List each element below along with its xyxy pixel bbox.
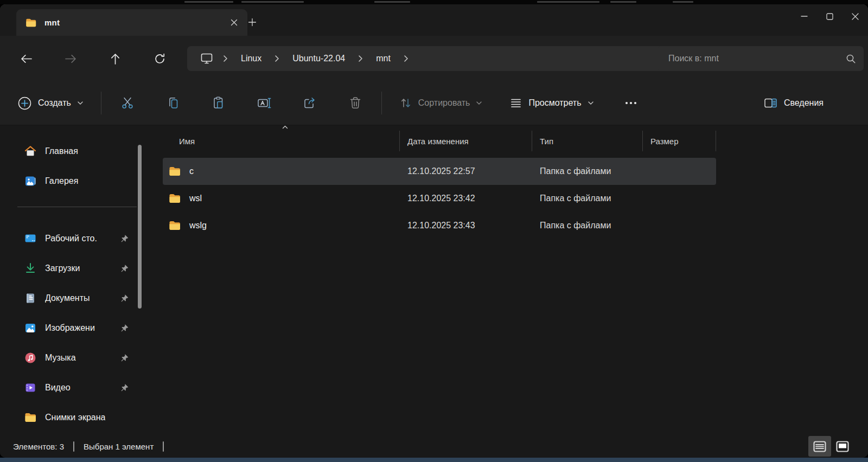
view-toggles <box>808 436 854 457</box>
column-label: Тип <box>540 137 553 146</box>
create-button[interactable]: Создать <box>11 91 90 116</box>
toolbar-separator <box>101 92 101 114</box>
sidebar-item-label: Галерея <box>45 176 78 186</box>
new-tab-button[interactable] <box>243 14 261 31</box>
maximize-button[interactable] <box>817 4 843 28</box>
thumbnail-view-toggle[interactable] <box>831 436 854 457</box>
file-explorer-window: mnt <box>0 4 868 458</box>
tab-close-button[interactable] <box>226 15 242 31</box>
folder-icon <box>168 219 181 232</box>
pin-icon <box>120 323 129 332</box>
tab-title: mnt <box>44 18 60 27</box>
file-row-c[interactable]: c 12.10.2025 22:57 Папка с файлами <box>163 158 716 185</box>
minimize-icon <box>801 16 808 17</box>
desktop-icon <box>24 232 37 245</box>
breadcrumb-chevron[interactable] <box>269 55 285 62</box>
chevron-down-icon <box>476 101 482 105</box>
details-pane-button[interactable]: Сведения <box>757 92 830 114</box>
sidebar-item-screenshots[interactable]: Снимки экрана <box>8 402 144 432</box>
sidebar-scrollbar[interactable] <box>138 145 142 309</box>
breadcrumb-chevron[interactable] <box>353 55 368 62</box>
breadcrumb-segment-linux[interactable]: Linux <box>233 50 269 67</box>
maximize-icon <box>826 13 833 20</box>
sort-button[interactable]: Сортировать <box>393 92 489 114</box>
sliver-fragment <box>537 1 599 3</box>
sidebar-item-pictures[interactable]: Изображени <box>8 313 144 343</box>
close-window-button[interactable] <box>843 4 868 28</box>
paste-button[interactable] <box>207 91 231 115</box>
column-header-date[interactable]: Дата изменения <box>400 129 532 153</box>
folder-icon <box>25 17 37 29</box>
sidebar-item-documents[interactable]: Документы <box>8 283 144 313</box>
view-list-icon <box>509 97 522 110</box>
refresh-button[interactable] <box>149 48 170 69</box>
sidebar-item-home[interactable]: Главная <box>8 136 144 166</box>
view-button[interactable]: Просмотреть <box>503 92 600 114</box>
cut-button[interactable] <box>116 91 139 115</box>
share-icon <box>303 96 317 110</box>
copy-button[interactable] <box>161 91 185 115</box>
background-window-edge <box>0 458 868 462</box>
pin-icon <box>120 264 129 273</box>
column-header-type[interactable]: Тип <box>532 129 643 153</box>
explorer-tab[interactable]: mnt <box>16 9 247 36</box>
column-headers: Имя Дата изменения Тип Размер <box>163 129 716 153</box>
document-icon <box>24 292 37 305</box>
sidebar-item-gallery[interactable]: Галерея <box>8 166 144 196</box>
breadcrumb-segment-mnt[interactable]: mnt <box>368 50 398 67</box>
file-row-wslg[interactable]: wslg 12.10.2025 23:43 Папка с файлами <box>163 212 716 239</box>
paste-icon <box>212 96 226 110</box>
home-icon <box>24 145 37 158</box>
delete-button[interactable] <box>343 91 367 115</box>
file-rows: c 12.10.2025 22:57 Папка с файлами wsl 1… <box>163 158 716 239</box>
file-date: 12.10.2025 22:57 <box>400 166 532 176</box>
share-button[interactable] <box>298 91 322 115</box>
see-more-button[interactable] <box>619 91 643 115</box>
thumbnail-view-icon <box>836 441 849 452</box>
file-type: Папка с файлами <box>532 221 643 230</box>
sidebar-item-label: Документы <box>45 293 90 303</box>
sidebar-item-desktop[interactable]: Рабочий сто. <box>8 223 144 253</box>
sliver-fragment <box>610 1 636 3</box>
window-controls <box>792 4 868 28</box>
address-bar[interactable]: Linux Ubuntu-22.04 mnt <box>187 46 666 71</box>
selection-count: Выбран 1 элемент <box>84 442 154 451</box>
sidebar-item-music[interactable]: Музыка <box>8 343 144 373</box>
rename-button[interactable] <box>252 91 276 115</box>
content-area: Главная Галерея <box>0 125 868 434</box>
back-arrow-icon <box>20 53 33 65</box>
navigation-bar: Linux Ubuntu-22.04 mnt <box>0 36 868 81</box>
more-dots-icon <box>624 101 637 105</box>
column-header-name[interactable]: Имя <box>163 129 400 153</box>
pin-icon <box>120 234 129 243</box>
file-name: wslg <box>189 221 207 230</box>
details-view-toggle[interactable] <box>808 436 831 457</box>
this-pc-icon[interactable] <box>198 53 218 65</box>
pin-icon <box>120 383 129 392</box>
forward-button[interactable] <box>60 48 81 69</box>
sort-label: Сортировать <box>418 98 470 108</box>
breadcrumb-segment-distro[interactable]: Ubuntu-22.04 <box>285 50 353 67</box>
download-icon <box>24 262 37 275</box>
file-list: Имя Дата изменения Тип Размер <box>163 129 716 239</box>
breadcrumb-chevron[interactable] <box>218 55 233 62</box>
search-input[interactable] <box>667 53 846 64</box>
sidebar-item-downloads[interactable]: Загрузки <box>8 253 144 283</box>
minimize-button[interactable] <box>792 4 817 28</box>
back-button[interactable] <box>15 48 37 69</box>
details-view-icon <box>813 441 826 452</box>
sidebar-item-videos[interactable]: Видео <box>8 373 144 402</box>
column-header-size[interactable]: Размер <box>643 129 716 153</box>
file-row-wsl[interactable]: wsl 12.10.2025 23:42 Папка с файлами <box>163 185 716 212</box>
status-divider <box>73 441 74 452</box>
sidebar-item-label: Изображени <box>45 323 95 333</box>
video-icon <box>24 381 37 394</box>
up-button[interactable] <box>104 48 126 69</box>
search-icon <box>846 54 856 64</box>
breadcrumb-chevron[interactable] <box>398 55 414 62</box>
music-icon <box>24 351 37 364</box>
sidebar-item-label: Снимки экрана <box>45 413 105 422</box>
items-count: Элементов: 3 <box>13 442 64 451</box>
toolbar-separator <box>381 92 382 114</box>
file-name: wsl <box>189 194 202 203</box>
